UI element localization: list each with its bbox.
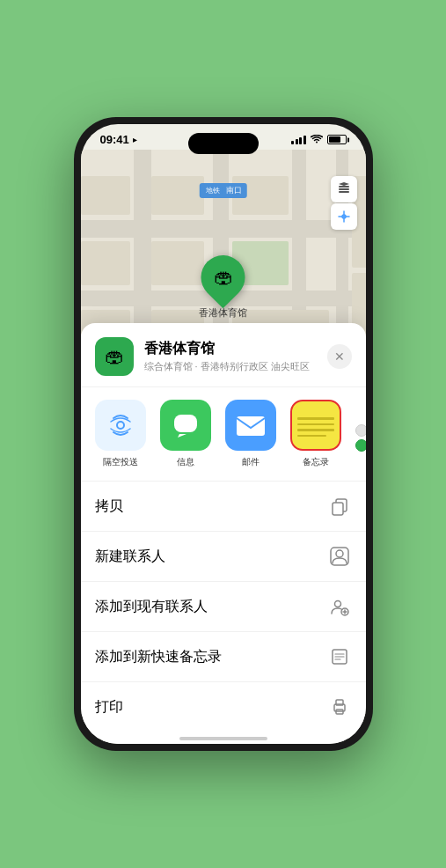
notes-label: 备忘录 xyxy=(303,456,329,468)
svg-rect-11 xyxy=(151,241,204,285)
bottom-sheet: 🏟 香港体育馆 综合体育馆 · 香港特别行政区 油尖旺区 ✕ xyxy=(81,323,366,744)
share-item-airdrop[interactable]: 隔空投送 xyxy=(95,400,146,468)
home-bar xyxy=(179,737,267,740)
svg-rect-21 xyxy=(339,188,349,190)
stadium-marker[interactable]: 🏟 香港体育馆 xyxy=(199,255,247,320)
svg-rect-22 xyxy=(339,191,349,193)
close-button[interactable]: ✕ xyxy=(327,344,352,369)
svg-rect-8 xyxy=(151,176,204,215)
status-time: 09:41 xyxy=(100,133,129,146)
svg-rect-28 xyxy=(333,503,343,515)
share-item-notes[interactable]: 备忘录 xyxy=(290,400,341,468)
svg-rect-20 xyxy=(339,186,349,188)
home-indicator xyxy=(81,732,366,744)
more-circles-icon xyxy=(355,424,366,452)
svg-rect-9 xyxy=(81,176,130,215)
copy-icon xyxy=(327,494,352,519)
new-contact-label: 新建联系人 xyxy=(95,548,165,566)
messages-icon xyxy=(160,400,211,451)
location-button[interactable] xyxy=(331,203,357,230)
quick-note-icon xyxy=(327,644,352,669)
phone-frame: 09:41 ▸ xyxy=(74,117,373,751)
notes-icon xyxy=(290,400,341,451)
location-arrow-icon: ▸ xyxy=(133,135,137,144)
action-quick-note[interactable]: 添加到新快速备忘录 xyxy=(81,632,366,682)
map-controls xyxy=(331,176,357,230)
action-copy[interactable]: 拷贝 xyxy=(81,482,366,532)
airdrop-icon xyxy=(95,400,146,451)
venue-info: 香港体育馆 综合体育馆 · 香港特别行政区 油尖旺区 xyxy=(134,340,327,373)
battery-icon xyxy=(327,135,347,144)
wifi-icon xyxy=(311,135,323,145)
dynamic-island xyxy=(188,133,259,154)
venue-icon: 🏟 xyxy=(95,337,134,376)
svg-point-24 xyxy=(117,422,124,429)
action-add-to-contact[interactable]: 添加到现有联系人 xyxy=(81,582,366,632)
venue-subtitle: 综合体育馆 · 香港特别行政区 油尖旺区 xyxy=(144,360,327,373)
share-row: 隔空投送 信息 xyxy=(81,387,366,482)
stadium-icon: 🏟 xyxy=(214,266,233,289)
print-label: 打印 xyxy=(95,698,123,717)
add-to-contact-icon xyxy=(327,594,352,619)
share-more-button[interactable] xyxy=(355,400,366,468)
status-icons xyxy=(291,135,347,145)
svg-rect-26 xyxy=(237,416,265,436)
add-to-contact-label: 添加到现有联系人 xyxy=(95,598,208,616)
venue-name: 香港体育馆 xyxy=(144,340,327,358)
messages-label: 信息 xyxy=(177,456,194,468)
share-item-mail[interactable]: 邮件 xyxy=(225,400,276,468)
map-station-label: 地铁 南口 xyxy=(199,183,247,198)
phone-screen: 09:41 ▸ xyxy=(81,124,366,744)
svg-rect-12 xyxy=(81,241,130,285)
svg-point-31 xyxy=(334,601,340,607)
mail-icon xyxy=(225,400,276,451)
marker-pin: 🏟 xyxy=(192,246,254,309)
svg-point-29 xyxy=(336,550,343,557)
sheet-header: 🏟 香港体育馆 综合体育馆 · 香港特别行政区 油尖旺区 ✕ xyxy=(81,337,366,387)
action-new-contact[interactable]: 新建联系人 xyxy=(81,532,366,582)
signal-bars-icon xyxy=(291,136,306,144)
airdrop-label: 隔空投送 xyxy=(103,456,138,468)
svg-rect-25 xyxy=(174,415,197,432)
print-icon xyxy=(327,695,352,719)
quick-note-label: 添加到新快速备忘录 xyxy=(95,648,222,666)
new-contact-icon xyxy=(327,544,352,569)
action-print[interactable]: 打印 xyxy=(81,682,366,732)
copy-label: 拷贝 xyxy=(95,497,123,516)
action-list: 拷贝 新建联系人 xyxy=(81,482,366,732)
share-item-messages[interactable]: 信息 xyxy=(160,400,211,468)
mail-label: 邮件 xyxy=(242,456,260,468)
map-layers-button[interactable] xyxy=(331,176,357,202)
